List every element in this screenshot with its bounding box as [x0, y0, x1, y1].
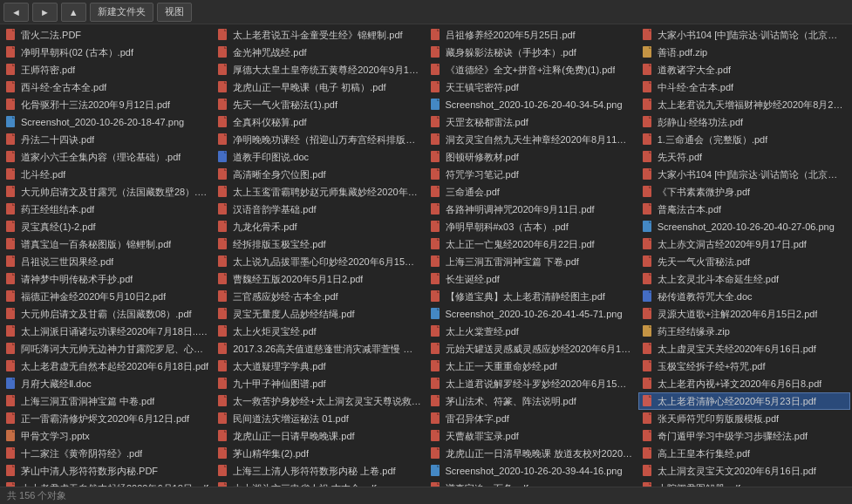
list-item[interactable]: 图顿研修教材.pdf [426, 148, 638, 166]
list-item[interactable]: 太上老君虚无自然本起经2020年6月18日.pdf [2, 358, 214, 375]
list-item[interactable]: 吕祖修养经2020年5月25日.pdf [426, 26, 638, 44]
list-item[interactable]: 三官感应妙经·古本全.pdf [214, 288, 426, 305]
list-item[interactable]: 高清晰全身穴位图.pdf [214, 166, 426, 183]
list-item[interactable]: 王师符密.pdf [2, 61, 214, 78]
list-item[interactable]: 九十甲子神仙图谱.pdf [214, 375, 426, 392]
list-item[interactable]: 福德正神金经2020年5月10日2.pdf [2, 288, 214, 305]
list-item[interactable]: 太上洞派日诵诸坛功课经2020年7月18日...pdf [2, 323, 214, 340]
list-item[interactable]: 长生诞经.pdf [426, 270, 638, 288]
list-item[interactable]: 【修道宝典】太上老君清静经图主.pdf [426, 288, 638, 305]
list-item[interactable]: 1.三命通会（完整版）.pdf [638, 131, 850, 148]
list-item[interactable]: 天罡玄秘都雷法.pdf [426, 113, 638, 131]
list-item[interactable]: 净明早朝科(02 (古本）.pdf [2, 44, 214, 61]
list-item[interactable]: 太上老君清静心经2020年5月23日.pdf [638, 392, 850, 410]
list-item[interactable]: 中斗经·全古本.pdf [638, 78, 850, 96]
list-item[interactable]: 阿吒薄诃大元帅无边神力甘露陀罗尼、心咒，...pdf [2, 340, 214, 358]
list-item[interactable]: 九龙化骨禾.pdf [214, 218, 426, 235]
list-item[interactable]: 秘传道教符咒大全.doc [638, 288, 850, 305]
list-item[interactable]: 各路神明调神咒2020年9月11日.pdf [426, 201, 638, 218]
list-item[interactable]: 太上老君说九天增福财神妙经2020年8月2日.pdf [638, 96, 850, 113]
list-item[interactable]: 太上老君内视+译文2020年6月6日8.pdf [638, 375, 850, 392]
back-button[interactable]: ◄ [3, 3, 29, 22]
list-item[interactable]: 洞玄灵宝自然九天生神章经2020年8月11日.pdf [426, 131, 638, 148]
list-item[interactable]: 甲骨文学习.pptx [2, 427, 214, 445]
list-item[interactable]: 请神梦中明传秘术手抄.pdf [2, 270, 214, 288]
list-item[interactable]: 茅山法术、符篆、阵法说明.pdf [426, 392, 638, 410]
list-item[interactable]: 太上道君说解罗经斗罗妙经2020年6月15日2.pdf [426, 375, 638, 392]
list-item[interactable]: 雷火二法.PDF [2, 26, 214, 44]
list-item[interactable]: 太上老君说五斗金童受生经》锦鲤制.pdf [214, 26, 426, 44]
list-item[interactable]: 太上正一亡鬼经2020年6月22日.pdf [426, 235, 638, 253]
list-item[interactable]: 谱真宝迫一百条秘图版）锦鲤制.pdf [2, 235, 214, 253]
list-item[interactable]: 三命通会.pdf [426, 183, 638, 201]
list-item[interactable]: 《道德经》全文+拼音+注释(免费)(1).pdf [426, 61, 638, 78]
list-item[interactable]: 《下书素素微护身.pdf [638, 183, 850, 201]
list-item[interactable]: 太上湖斗方三申省人祖·古本全.pdf [214, 480, 426, 487]
list-item[interactable]: 普庵法古本.pdf [638, 201, 850, 218]
list-item[interactable]: Screenshot_2020-10-26-20-40-27-06.png [638, 218, 850, 235]
list-item[interactable]: 太上赤文洞古经2020年9月17日.pdf [638, 235, 850, 253]
list-item[interactable]: 太大道疑理字学典.pdf [214, 358, 426, 375]
list-item[interactable]: 化骨驱邪十三法2020年9月12日.pdf [2, 96, 214, 113]
list-item[interactable]: 2017.3.26高关值道慈蓬世消灾减罪萱慢 折子本...pdf [214, 340, 426, 358]
list-item[interactable]: Screenshot_2020-10-26-20-41-45-71.png [426, 305, 638, 323]
list-item[interactable]: 大元帅启请文及甘露咒（法国藏数壁28）.pdf [2, 183, 214, 201]
list-item[interactable]: 龙虎山正一日清早晚晚课 放道友校对2020年7...pdf [426, 445, 638, 462]
list-item[interactable]: 吕祖说三世因果经.pdf [2, 253, 214, 270]
list-item[interactable]: 灵源大道歌+注解2020年6月15日2.pdf [638, 305, 850, 323]
list-item[interactable]: 先天符.pdf [638, 148, 850, 166]
list-item[interactable]: 谱真宝迫一百条.pdf [426, 480, 638, 487]
list-item[interactable]: 太上虚灵宝天关经2020年6月16日.pdf [638, 340, 850, 358]
list-item[interactable]: 十院阀君图解册.pdf [638, 480, 850, 487]
list-item[interactable]: 民间道法灾增运秘法 01.pdf [214, 410, 426, 427]
list-item[interactable]: 茅山中清人形符符数形内秘.PDF [2, 462, 214, 480]
list-item[interactable]: 大元帅启请文及甘霸（法国藏数08）.pdf [2, 305, 214, 323]
list-item[interactable]: 太上玄灵北斗本命延生经.pdf [638, 270, 850, 288]
list-item[interactable]: 药王经结缘录.zip [638, 323, 850, 340]
forward-button[interactable]: ► [32, 3, 58, 22]
list-item[interactable]: 月府大藏经Ⅱ.doc [2, 375, 214, 392]
list-item[interactable]: 玉极宝经拆子经+符咒.pdf [638, 358, 850, 375]
list-item[interactable]: 太上老君虚无自然本起经2020年6月18日.pdf [2, 480, 214, 487]
list-item[interactable]: 大家小书104 [中]陆宗达·训诂简论（北京出版...pdf [638, 166, 850, 183]
list-item[interactable]: 曹魏经五版2020年5月1日2.pdf [214, 270, 426, 288]
list-item[interactable]: 药王经组结本.pdf [2, 201, 214, 218]
up-button[interactable]: ▲ [61, 3, 86, 22]
list-item[interactable]: 经拆排版玉极宝经.pdf [214, 235, 426, 253]
list-item[interactable]: 全真科仪秘算.pdf [214, 113, 426, 131]
list-item[interactable]: 先天一气火雷秘法(1).pdf [214, 96, 426, 113]
list-item[interactable]: 天曹赦罪宝录.pdf [426, 427, 638, 445]
list-item[interactable]: 正一雷霸清修炉烬文2020年6月12日.pdf [2, 410, 214, 427]
list-item[interactable]: 太上正一天重重命妙经.pdf [426, 358, 638, 375]
list-item[interactable]: 高上王皇本行集经.pdf [638, 445, 850, 462]
list-item[interactable]: 上海三上清人形符符数形内秘 上卷.pdf [214, 462, 426, 480]
list-item[interactable]: 太上玉鸾雷霸聘妙赵元师集藏妙经2020年5...pdf [214, 183, 426, 201]
list-item[interactable]: 灵宝真经(1)-2.pdf [2, 218, 214, 235]
list-item[interactable]: 西斗经·全古本全.pdf [2, 78, 214, 96]
new-folder-button[interactable]: 新建文件夹 [90, 3, 153, 22]
list-item[interactable]: 净明早朝科#x03（古本）.pdf [426, 218, 638, 235]
list-item[interactable]: 彭静山·经络功法.pdf [638, 113, 850, 131]
list-item[interactable]: 太上说九品拔罪墨心印妙经2020年6月15日.pdf [214, 253, 426, 270]
list-item[interactable]: 张天师符咒印剪版服模板.pdf [638, 410, 850, 427]
list-item[interactable]: 天王镇宅密符.pdf [426, 78, 638, 96]
list-item[interactable]: 龙虎山正一早晚课（电子 初稿）.pdf [214, 78, 426, 96]
list-item[interactable]: 太一救苦护身妙经+太上洞玄灵宝天尊说救苦数...pdf [214, 392, 426, 410]
list-item[interactable]: 先天一气火雷秘法.pdf [638, 253, 850, 270]
list-item[interactable]: 茅山精华集(2).pdf [214, 445, 426, 462]
view-button[interactable]: 视图 [157, 3, 192, 22]
list-item[interactable]: 北斗经.pdf [2, 166, 214, 183]
list-item[interactable]: 十二家注《黄帝阴符经》.pdf [2, 445, 214, 462]
list-item[interactable]: 上海三洞五雷洞神宝篇 下卷.pdf [426, 253, 638, 270]
list-item[interactable]: 元始天罐送灵感威灵感应妙经2020年6月16日.pdf [426, 340, 638, 358]
list-item[interactable]: 道家小六壬全集内容（理论基础）.pdf [2, 148, 214, 166]
list-item[interactable]: 道教诸字大全.pdf [638, 61, 850, 78]
list-item[interactable]: Screenshot_2020-10-26-20-39-44-16.png [426, 462, 638, 480]
list-item[interactable]: 太上火炬灵宝经.pdf [214, 323, 426, 340]
list-item[interactable]: Screenshot_2020-10-26-20-18-47.png [2, 113, 214, 131]
list-item[interactable]: 大家小书104 [中]陆宗达·训诂简论（北京出版...pdf [638, 26, 850, 44]
list-item[interactable]: 汉语音韵学基础.pdf [214, 201, 426, 218]
list-item[interactable]: 奇门遁甲学习中级学习步骤经法.pdf [638, 427, 850, 445]
list-item[interactable]: 灵宝无量度人品妙经结绳.pdf [214, 305, 426, 323]
list-item[interactable]: 净明晚晚功课经（招迎山万寿宫经科排版）.pdf [214, 131, 426, 148]
